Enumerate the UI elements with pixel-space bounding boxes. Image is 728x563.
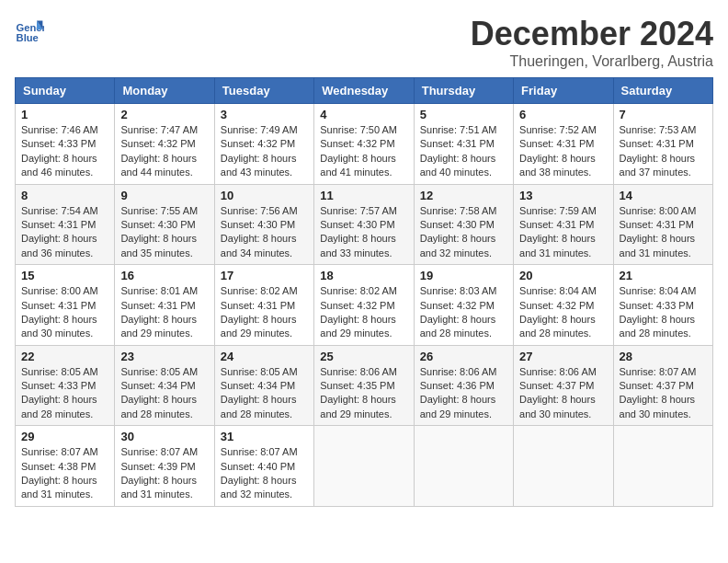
- day-number: 30: [120, 430, 208, 443]
- day-number: 2: [120, 108, 208, 121]
- daylight-text: Daylight: 8 hours and 37 minutes.: [620, 153, 696, 178]
- sunrise-text: Sunrise: 8:05 AM: [120, 366, 198, 377]
- calendar-cell: [613, 426, 712, 507]
- sunrise-text: Sunrise: 7:56 AM: [221, 205, 298, 216]
- sunset-text: Sunset: 4:31 PM: [620, 219, 694, 230]
- logo-icon: General Blue: [15, 15, 44, 44]
- day-info: Sunrise: 7:49 AMSunset: 4:32 PMDaylight:…: [221, 123, 308, 180]
- calendar-cell: 19Sunrise: 8:03 AMSunset: 4:32 PMDayligh…: [414, 265, 513, 346]
- daylight-text: Daylight: 8 hours and 28 minutes.: [519, 314, 596, 339]
- daylight-text: Daylight: 8 hours and 28 minutes.: [620, 314, 696, 339]
- sunset-text: Sunset: 4:32 PM: [320, 138, 394, 149]
- calendar-cell: 10Sunrise: 7:56 AMSunset: 4:30 PMDayligh…: [214, 184, 313, 265]
- calendar-cell: [314, 426, 414, 507]
- day-info: Sunrise: 8:05 AMSunset: 4:34 PMDaylight:…: [221, 365, 308, 422]
- calendar-week-row: 8Sunrise: 7:54 AMSunset: 4:31 PMDaylight…: [16, 184, 713, 265]
- day-info: Sunrise: 8:03 AMSunset: 4:32 PMDaylight:…: [420, 284, 507, 341]
- sunrise-text: Sunrise: 8:07 AM: [21, 446, 98, 457]
- daylight-text: Daylight: 8 hours and 30 minutes.: [519, 394, 596, 419]
- daylight-text: Daylight: 8 hours and 33 minutes.: [320, 233, 396, 258]
- day-number: 31: [221, 430, 308, 443]
- sunrise-text: Sunrise: 7:54 AM: [21, 205, 98, 216]
- sunrise-text: Sunrise: 8:05 AM: [21, 366, 98, 377]
- sunset-text: Sunset: 4:37 PM: [519, 380, 594, 391]
- day-number: 5: [420, 108, 507, 121]
- daylight-text: Daylight: 8 hours and 30 minutes.: [620, 394, 696, 419]
- sunrise-text: Sunrise: 8:05 AM: [221, 366, 298, 377]
- day-number: 8: [21, 189, 108, 202]
- day-number: 11: [320, 189, 407, 202]
- calendar-cell: 3Sunrise: 7:49 AMSunset: 4:32 PMDaylight…: [214, 104, 313, 185]
- calendar-header-row: SundayMondayTuesdayWednesdayThursdayFrid…: [16, 78, 713, 104]
- sunset-text: Sunset: 4:39 PM: [120, 461, 195, 472]
- daylight-text: Daylight: 8 hours and 29 minutes.: [420, 394, 496, 419]
- day-number: 9: [120, 189, 208, 202]
- sunrise-text: Sunrise: 8:06 AM: [420, 366, 497, 377]
- daylight-text: Daylight: 8 hours and 28 minutes.: [21, 394, 97, 419]
- day-number: 7: [620, 108, 707, 121]
- day-info: Sunrise: 8:06 AMSunset: 4:36 PMDaylight:…: [420, 365, 507, 422]
- day-info: Sunrise: 8:07 AMSunset: 4:38 PMDaylight:…: [21, 445, 108, 502]
- sunset-text: Sunset: 4:35 PM: [320, 380, 394, 391]
- day-number: 29: [21, 430, 108, 443]
- day-info: Sunrise: 7:55 AMSunset: 4:30 PMDaylight:…: [120, 204, 208, 261]
- sunset-text: Sunset: 4:31 PM: [420, 138, 495, 149]
- day-info: Sunrise: 7:58 AMSunset: 4:30 PMDaylight:…: [420, 204, 507, 261]
- day-number: 17: [221, 269, 308, 282]
- calendar-cell: 17Sunrise: 8:02 AMSunset: 4:31 PMDayligh…: [214, 265, 313, 346]
- calendar-cell: 31Sunrise: 8:07 AMSunset: 4:40 PMDayligh…: [214, 426, 313, 507]
- day-number: 18: [320, 269, 407, 282]
- day-number: 3: [221, 108, 308, 121]
- calendar-cell: 13Sunrise: 7:59 AMSunset: 4:31 PMDayligh…: [514, 184, 613, 265]
- calendar-cell: 15Sunrise: 8:00 AMSunset: 4:31 PMDayligh…: [16, 265, 115, 346]
- calendar-cell: [414, 426, 513, 507]
- sunrise-text: Sunrise: 8:07 AM: [221, 446, 298, 457]
- sunset-text: Sunset: 4:31 PM: [21, 300, 96, 311]
- day-info: Sunrise: 7:53 AMSunset: 4:31 PMDaylight:…: [620, 123, 707, 180]
- daylight-text: Daylight: 8 hours and 29 minutes.: [320, 394, 396, 419]
- sunrise-text: Sunrise: 8:04 AM: [519, 285, 597, 296]
- day-info: Sunrise: 8:07 AMSunset: 4:37 PMDaylight:…: [620, 365, 707, 422]
- day-info: Sunrise: 8:05 AMSunset: 4:34 PMDaylight:…: [120, 365, 208, 422]
- day-info: Sunrise: 7:47 AMSunset: 4:32 PMDaylight:…: [120, 123, 208, 180]
- calendar-cell: 1Sunrise: 7:46 AMSunset: 4:33 PMDaylight…: [16, 104, 115, 185]
- location-title: Thueringen, Vorarlberg, Austria: [471, 53, 713, 70]
- sunset-text: Sunset: 4:31 PM: [221, 300, 295, 311]
- calendar-cell: 18Sunrise: 8:02 AMSunset: 4:32 PMDayligh…: [314, 265, 414, 346]
- calendar-cell: 8Sunrise: 7:54 AMSunset: 4:31 PMDaylight…: [16, 184, 115, 265]
- calendar-cell: 29Sunrise: 8:07 AMSunset: 4:38 PMDayligh…: [16, 426, 115, 507]
- sunset-text: Sunset: 4:31 PM: [620, 138, 694, 149]
- sunset-text: Sunset: 4:32 PM: [221, 138, 295, 149]
- day-info: Sunrise: 7:52 AMSunset: 4:31 PMDaylight:…: [519, 123, 607, 180]
- calendar-week-row: 22Sunrise: 8:05 AMSunset: 4:33 PMDayligh…: [16, 345, 713, 426]
- day-info: Sunrise: 8:00 AMSunset: 4:31 PMDaylight:…: [21, 284, 108, 341]
- daylight-text: Daylight: 8 hours and 29 minutes.: [320, 314, 396, 339]
- daylight-text: Daylight: 8 hours and 31 minutes.: [519, 233, 596, 258]
- sunset-text: Sunset: 4:30 PM: [420, 219, 495, 230]
- sunset-text: Sunset: 4:32 PM: [420, 300, 495, 311]
- sunrise-text: Sunrise: 7:51 AM: [420, 124, 497, 135]
- calendar-week-row: 1Sunrise: 7:46 AMSunset: 4:33 PMDaylight…: [16, 104, 713, 185]
- calendar-cell: [514, 426, 613, 507]
- day-info: Sunrise: 7:54 AMSunset: 4:31 PMDaylight:…: [21, 204, 108, 261]
- day-info: Sunrise: 7:51 AMSunset: 4:31 PMDaylight:…: [420, 123, 507, 180]
- calendar-cell: 23Sunrise: 8:05 AMSunset: 4:34 PMDayligh…: [115, 345, 214, 426]
- daylight-text: Daylight: 8 hours and 29 minutes.: [120, 314, 197, 339]
- sunrise-text: Sunrise: 7:47 AM: [120, 124, 198, 135]
- daylight-text: Daylight: 8 hours and 41 minutes.: [320, 153, 396, 178]
- calendar-cell: 4Sunrise: 7:50 AMSunset: 4:32 PMDaylight…: [314, 104, 414, 185]
- sunset-text: Sunset: 4:32 PM: [320, 300, 394, 311]
- sunset-text: Sunset: 4:31 PM: [21, 219, 96, 230]
- day-info: Sunrise: 8:00 AMSunset: 4:31 PMDaylight:…: [620, 204, 707, 261]
- sunrise-text: Sunrise: 8:02 AM: [221, 285, 298, 296]
- sunset-text: Sunset: 4:34 PM: [120, 380, 195, 391]
- sunset-text: Sunset: 4:32 PM: [519, 300, 594, 311]
- sunset-text: Sunset: 4:30 PM: [221, 219, 295, 230]
- sunset-text: Sunset: 4:37 PM: [620, 380, 694, 391]
- day-number: 20: [519, 269, 607, 282]
- calendar-cell: 14Sunrise: 8:00 AMSunset: 4:31 PMDayligh…: [613, 184, 712, 265]
- calendar-cell: 28Sunrise: 8:07 AMSunset: 4:37 PMDayligh…: [613, 345, 712, 426]
- sunrise-text: Sunrise: 7:55 AM: [120, 205, 198, 216]
- day-number: 25: [320, 350, 407, 363]
- daylight-text: Daylight: 8 hours and 32 minutes.: [420, 233, 496, 258]
